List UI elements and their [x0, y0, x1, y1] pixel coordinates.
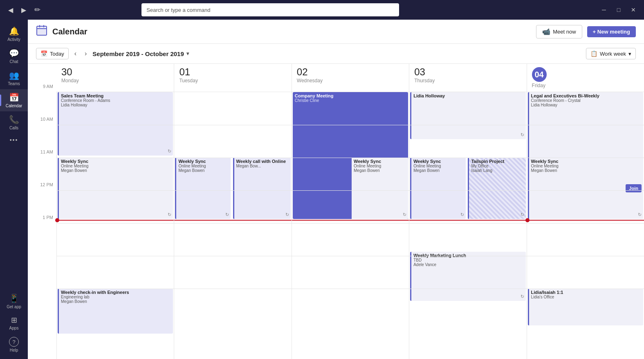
sidebar-item-help[interactable]: ? Help: [0, 334, 28, 356]
event-title: Weekly Sync: [531, 159, 641, 164]
event-sub1: Online Meeting: [531, 164, 641, 168]
sidebar-item-chat[interactable]: 💬 Chat: [0, 45, 28, 67]
time-11am: 11 AM: [28, 149, 56, 182]
event-sales-team[interactable]: Sales Team Meeting Conference Room - Ada…: [58, 92, 173, 156]
prev-button[interactable]: ‹: [72, 48, 79, 59]
sidebar: 🔔 Activity 💬 Chat 👥 Teams 📅 Calendar 📞 C…: [0, 20, 28, 359]
sidebar-label-calls: Calls: [9, 126, 18, 130]
minimize-button[interactable]: ─: [598, 4, 610, 16]
time-column: 9 AM 10 AM 11 AM 12 PM 1 PM: [28, 64, 56, 359]
event-sub1: Online Meeting: [178, 164, 228, 168]
event-sub1: Online Meeting: [354, 164, 406, 168]
event-weekly-sync-fri[interactable]: Weekly Sync Online Meeting Megan Bowen J…: [528, 158, 643, 219]
activity-icon: 🔔: [9, 26, 19, 36]
event-weekly-sync-thu[interactable]: Weekly Sync Online Meeting Megan Bowen ↻: [410, 158, 465, 219]
sidebar-item-calls[interactable]: 📞 Calls: [0, 111, 28, 133]
day-header-wed: 02 Wednesday: [292, 64, 409, 92]
days-area: 30 Monday 01 Tuesday 02 Wednesday 03 Thu…: [56, 64, 644, 359]
event-sub1: TBD: [413, 258, 523, 262]
more-icon: •••: [10, 137, 18, 143]
event-sub2: Megan Bowen: [531, 168, 641, 173]
date-range-text: September 2019 - October 2019: [92, 50, 184, 57]
sidebar-label-calendar: Calendar: [6, 104, 22, 108]
join-button[interactable]: Join: [626, 184, 642, 192]
svg-rect-0: [37, 26, 47, 35]
current-time-line-thu: [409, 220, 526, 221]
refresh-icon: ↻: [521, 132, 524, 138]
help-icon: ?: [9, 337, 19, 347]
day-num-01: 01: [179, 67, 286, 77]
time-10am: 10 AM: [28, 117, 56, 149]
event-tailspin-project[interactable]: Tailspin Project My Office Isaiah Lang ↻…: [468, 158, 525, 219]
current-time-line-wed: [292, 220, 409, 221]
sidebar-item-teams[interactable]: 👥 Teams: [0, 67, 28, 89]
day-col-tue: Weekly Sync Online Meeting Megan Bowen ↻…: [174, 92, 291, 359]
event-sub1: Christie Cline: [295, 98, 406, 103]
day-name-wed: Wednesday: [297, 78, 404, 84]
maximize-button[interactable]: □: [613, 4, 624, 16]
day-name-fri: Friday: [532, 83, 639, 88]
current-time-line-mon: [57, 220, 174, 221]
day-num-04: 04: [532, 67, 547, 82]
edit-icon[interactable]: ✏: [34, 5, 40, 14]
refresh-icon: ↻: [168, 212, 171, 217]
event-lidia-thu[interactable]: Lidia Holloway ↻: [410, 92, 525, 139]
sidebar-item-calendar[interactable]: 📅 Calendar: [0, 89, 28, 111]
sidebar-item-getapp[interactable]: 📱 Get app: [0, 290, 28, 312]
event-sub2: Isaiah Lang: [471, 168, 523, 173]
event-sub1: Online Meeting: [61, 164, 171, 168]
event-weekly-sync-wed[interactable]: Weekly Sync Online Meeting Megan Bowen ↻: [350, 158, 408, 219]
refresh-icon: ↻: [521, 212, 524, 217]
event-title: Company Meeting: [295, 93, 406, 98]
teams-icon: 👥: [9, 70, 19, 80]
cal-nav: 📅 Today ‹ › September 2019 - October 201…: [28, 44, 644, 64]
time-1pm: 1 PM: [28, 215, 56, 248]
sidebar-item-apps[interactable]: ⊞ Apps: [0, 312, 28, 334]
date-range[interactable]: September 2019 - October 2019 ▾: [92, 50, 188, 57]
sidebar-item-more[interactable]: •••: [0, 133, 28, 147]
new-meeting-button[interactable]: + New meeting: [587, 26, 636, 37]
sidebar-label-teams: Teams: [8, 81, 20, 86]
meet-now-button[interactable]: 📹 Meet now: [536, 25, 582, 38]
back-button[interactable]: ◀: [5, 4, 16, 16]
day-num-03: 03: [414, 67, 521, 77]
day-col-mon: Sales Team Meeting Conference Room - Ada…: [56, 92, 174, 359]
cal-body: Sales Team Meeting Conference Room - Ada…: [56, 92, 644, 359]
close-button[interactable]: ✕: [628, 4, 639, 16]
refresh-icon: ↻: [285, 212, 289, 217]
current-time-line-tue: [174, 220, 291, 221]
current-time-dot: [55, 218, 59, 222]
content-area: Calendar 📹 Meet now + New meeting 📅 Toda…: [28, 20, 644, 359]
event-sub2: Megan Bowen: [354, 168, 406, 173]
event-weekly-call-tue[interactable]: Weekly call with Online Megan Bow... ↻: [233, 158, 291, 219]
event-title: Legal and Executives Bi-Weekly: [531, 93, 641, 98]
next-button[interactable]: ›: [82, 48, 89, 59]
current-time-line-fri: [527, 220, 644, 221]
refresh-icon: ↻: [638, 212, 642, 217]
event-sub1: Conference Room - Adams: [61, 98, 171, 103]
sidebar-item-activity[interactable]: 🔔 Activity: [0, 23, 28, 45]
event-title: Weekly Sync: [354, 159, 406, 164]
event-sub2: Megan Bowen: [178, 168, 228, 173]
event-sub1: Online Meeting: [413, 164, 463, 168]
event-weekly-marketing[interactable]: Weekly Marketing Lunch TBD Adele Vance ↻: [410, 252, 525, 301]
day-header-tue: 01 Tuesday: [174, 64, 291, 92]
titlebar-nav: ◀ ▶: [5, 4, 29, 16]
svg-rect-2: [37, 28, 47, 29]
event-weekly-checkin[interactable]: Weekly check-in with Engineers Engineeri…: [58, 289, 173, 334]
today-button[interactable]: 📅 Today: [36, 48, 69, 59]
forward-button[interactable]: ▶: [18, 4, 29, 16]
event-sub2: Lidia Holloway: [61, 103, 171, 107]
sidebar-label-apps: Apps: [9, 326, 19, 330]
search-bar[interactable]: Search or type a command: [141, 3, 399, 16]
event-weekly-sync-mon[interactable]: Weekly Sync Online Meeting Megan Bowen ↻: [58, 158, 173, 219]
view-selector-button[interactable]: 📋 Work week ▾: [586, 48, 636, 59]
event-sub1: Conference Room - Crystal: [531, 98, 641, 103]
event-sub1: Engineering lab: [61, 295, 171, 299]
view-label: Work week: [600, 51, 626, 57]
sidebar-bottom: 📱 Get app ⊞ Apps ? Help: [0, 290, 28, 356]
titlebar: ◀ ▶ ✏ Search or type a command ─ □ ✕: [0, 0, 644, 20]
event-title: Weekly Sync: [61, 159, 171, 164]
event-lidia-isaiah[interactable]: Lidia/Isaiah 1:1 Lidia's Office: [528, 289, 643, 325]
event-weekly-sync-tue-a[interactable]: Weekly Sync Online Meeting Megan Bowen ↻: [175, 158, 230, 219]
